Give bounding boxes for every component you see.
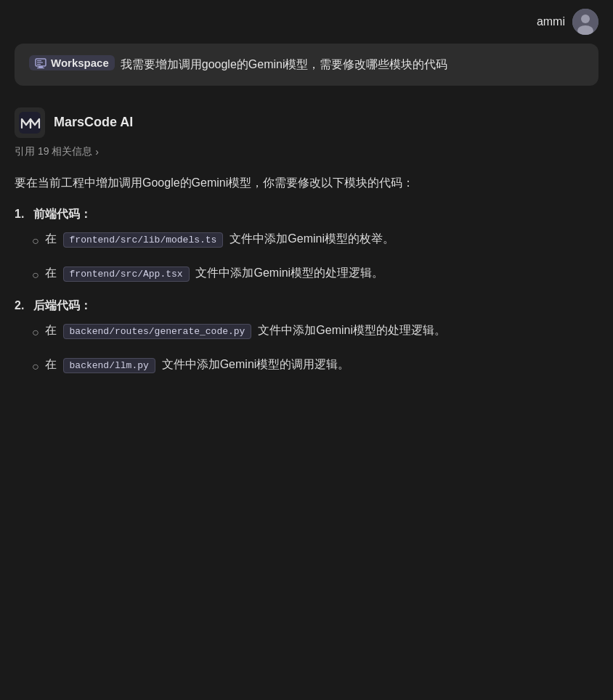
bullet-icon: ○ [32, 357, 39, 376]
list-number-1: 1. [15, 208, 29, 221]
svg-point-1 [581, 15, 590, 23]
list-number-row-2: 2. 后端代码： [15, 298, 598, 314]
svg-rect-7 [37, 62, 43, 62]
list-number-row-1: 1. 前端代码： [15, 207, 598, 222]
code-tag: frontend/src/lib/models.ts [63, 232, 224, 248]
list-item: 2. 后端代码： ○ 在 backend/routes/generate_cod… [15, 298, 598, 377]
citation-arrow-icon: › [95, 146, 99, 158]
code-tag: backend/llm.py [63, 358, 155, 373]
sub-item-content: 在 backend/llm.py 文件中添加Gemini模型的调用逻辑。 [45, 355, 598, 374]
sub-item-suffix: 文件中添加Gemini模型的调用逻辑。 [162, 358, 350, 370]
list-item: 1. 前端代码： ○ 在 frontend/src/lib/models.ts … [15, 207, 598, 285]
citation-text: 引用 19 相关信息 [15, 145, 92, 158]
sub-item-content: 在 backend/routes/generate_code.py 文件中添加G… [45, 321, 598, 340]
sub-item-suffix: 文件中添加Gemini模型的处理逻辑。 [195, 266, 383, 279]
citation-row[interactable]: 引用 19 相关信息 › [15, 145, 598, 158]
sub-item-prefix: 在 [45, 266, 57, 279]
sub-item-content: 在 frontend/src/App.tsx 文件中添加Gemini模型的处理逻… [45, 264, 598, 282]
sub-list-item: ○ 在 backend/llm.py 文件中添加Gemini模型的调用逻辑。 [32, 355, 598, 376]
sub-item-prefix: 在 [45, 358, 57, 370]
sub-item-prefix: 在 [45, 324, 57, 336]
main-list: 1. 前端代码： ○ 在 frontend/src/lib/models.ts … [15, 207, 598, 377]
user-message-container: Workspace 我需要增加调用google的Gemini模型，需要修改哪些模… [0, 44, 613, 100]
user-message-bubble: Workspace 我需要增加调用google的Gemini模型，需要修改哪些模… [15, 44, 598, 86]
sub-list-item: ○ 在 backend/routes/generate_code.py 文件中添… [32, 321, 598, 342]
ai-logo [15, 107, 45, 138]
svg-rect-8 [37, 64, 41, 65]
ai-name-label: MarsCode AI [54, 115, 133, 130]
workspace-icon [35, 57, 46, 69]
sub-list-item: ○ 在 frontend/src/App.tsx 文件中添加Gemini模型的处… [32, 264, 598, 285]
sub-item-content: 在 frontend/src/lib/models.ts 文件中添加Gemini… [45, 229, 598, 248]
svg-rect-6 [37, 60, 41, 61]
ai-response-container: MarsCode AI 引用 19 相关信息 › 要在当前工程中增加调用Goog… [0, 100, 613, 404]
list-number-2: 2. [15, 299, 29, 312]
list-label-1: 前端代码： [33, 207, 92, 222]
list-label-2: 后端代码： [33, 298, 92, 314]
sub-item-suffix: 文件中添加Gemini模型的枚举。 [230, 232, 394, 245]
sub-list-item: ○ 在 frontend/src/lib/models.ts 文件中添加Gemi… [32, 229, 598, 251]
ai-header: MarsCode AI [15, 107, 598, 138]
bullet-icon: ○ [32, 266, 39, 285]
workspace-label: Workspace [51, 57, 109, 69]
user-message-text: 我需要增加调用google的Gemini模型，需要修改哪些模块的代码 [121, 55, 448, 74]
username-label: ammi [537, 15, 565, 28]
bullet-icon: ○ [32, 232, 39, 251]
sub-item-suffix: 文件中添加Gemini模型的处理逻辑。 [258, 324, 446, 336]
sub-item-prefix: 在 [45, 232, 57, 245]
svg-rect-4 [38, 66, 43, 68]
bullet-icon: ○ [32, 323, 39, 342]
code-tag: backend/routes/generate_code.py [63, 324, 252, 339]
message-header-row: Workspace 我需要增加调用google的Gemini模型，需要修改哪些模… [29, 55, 584, 74]
svg-rect-5 [37, 68, 44, 68]
intro-text: 要在当前工程中增加调用Google的Gemini模型，你需要修改以下模块的代码： [15, 173, 598, 192]
sub-list-1: ○ 在 frontend/src/lib/models.ts 文件中添加Gemi… [32, 229, 598, 285]
avatar[interactable] [572, 9, 598, 35]
top-bar: ammi [0, 0, 613, 44]
sub-list-2: ○ 在 backend/routes/generate_code.py 文件中添… [32, 321, 598, 377]
code-tag: frontend/src/App.tsx [63, 266, 190, 282]
workspace-tag: Workspace [29, 55, 115, 70]
